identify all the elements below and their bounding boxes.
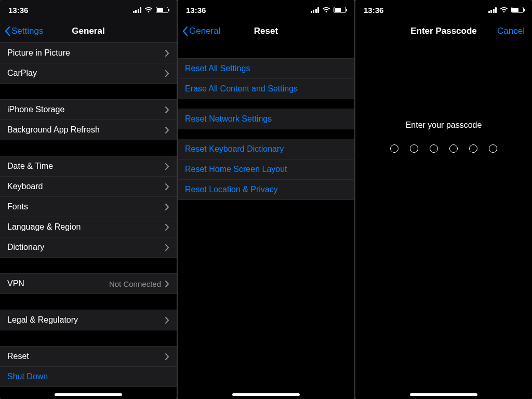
row-label: Background App Refresh bbox=[7, 125, 100, 135]
row-language-region[interactable]: Language & Region bbox=[0, 217, 177, 237]
status-bar: 13:36 bbox=[0, 0, 177, 20]
battery-icon bbox=[334, 7, 346, 13]
group-reset-network: Reset Network Settings bbox=[178, 109, 354, 129]
row-label: Reset All Settings bbox=[185, 64, 250, 73]
passcode-dot bbox=[489, 144, 497, 153]
status-icons bbox=[133, 7, 169, 13]
passcode-dot bbox=[469, 144, 477, 153]
chevron-right-icon bbox=[165, 224, 169, 231]
row-reset-all-settings[interactable]: Reset All Settings bbox=[178, 59, 354, 78]
passcode-dot bbox=[449, 144, 458, 153]
group-legal: Legal & Regulatory bbox=[0, 310, 177, 330]
settings-list[interactable]: Picture in Picture CarPlay iPhone Storag… bbox=[0, 43, 177, 399]
group-reset-erase: Reset All Settings Erase All Content and… bbox=[178, 58, 354, 99]
passcode-dots[interactable] bbox=[390, 144, 497, 153]
cellular-icon bbox=[311, 7, 320, 13]
back-label: Settings bbox=[11, 26, 43, 36]
row-background-app-refresh[interactable]: Background App Refresh bbox=[0, 119, 177, 140]
home-indicator[interactable] bbox=[55, 393, 122, 396]
group-locale: Date & Time Keyboard Fonts Language & Re… bbox=[0, 156, 177, 258]
row-label: iPhone Storage bbox=[7, 105, 64, 114]
status-bar: 13:36 bbox=[355, 0, 532, 20]
home-indicator[interactable] bbox=[232, 393, 300, 396]
screen-passcode: 13:36 Enter Passcode Cancel Enter your p… bbox=[355, 0, 532, 399]
row-label: Picture in Picture bbox=[7, 48, 70, 58]
row-detail: Not Connected bbox=[109, 280, 161, 288]
status-icons bbox=[311, 7, 347, 13]
chevron-right-icon bbox=[165, 127, 169, 134]
group-media: Picture in Picture CarPlay bbox=[0, 43, 177, 84]
row-label: Reset bbox=[7, 352, 29, 361]
row-erase-all-content[interactable]: Erase All Content and Settings bbox=[178, 78, 354, 99]
row-label: Legal & Regulatory bbox=[7, 315, 78, 325]
row-iphone-storage[interactable]: iPhone Storage bbox=[0, 100, 177, 119]
chevron-left-icon bbox=[182, 26, 188, 36]
row-picture-in-picture[interactable]: Picture in Picture bbox=[0, 43, 177, 63]
row-reset-location-privacy[interactable]: Reset Location & Privacy bbox=[178, 179, 354, 200]
chevron-right-icon bbox=[165, 107, 169, 113]
status-bar: 13:36 bbox=[178, 0, 354, 20]
chevron-right-icon bbox=[165, 163, 169, 170]
navbar-general: Settings General bbox=[0, 20, 177, 43]
row-reset-network[interactable]: Reset Network Settings bbox=[178, 109, 354, 129]
row-label: CarPlay bbox=[7, 69, 37, 78]
row-label: Shut Down bbox=[7, 372, 48, 381]
navbar-title: General bbox=[72, 26, 104, 36]
navbar-reset: General Reset bbox=[178, 20, 354, 43]
row-vpn[interactable]: VPN Not Connected bbox=[0, 274, 177, 294]
row-label: Erase All Content and Settings bbox=[185, 84, 298, 94]
battery-icon bbox=[511, 7, 524, 13]
navbar-passcode: Enter Passcode Cancel bbox=[355, 20, 532, 43]
screen-reset: 13:36 General Reset Reset All Settings E… bbox=[178, 0, 354, 399]
status-time: 13:36 bbox=[186, 6, 206, 15]
row-label: Keyboard bbox=[7, 182, 43, 191]
cellular-icon bbox=[488, 7, 497, 13]
chevron-right-icon bbox=[165, 183, 169, 190]
row-reset-home-screen[interactable]: Reset Home Screen Layout bbox=[178, 159, 354, 179]
chevron-right-icon bbox=[165, 204, 169, 210]
navbar-title: Reset bbox=[254, 26, 278, 36]
status-time: 13:36 bbox=[8, 6, 28, 15]
reset-list[interactable]: Reset All Settings Erase All Content and… bbox=[178, 43, 354, 399]
wifi-icon bbox=[322, 7, 330, 13]
row-label: Reset Home Screen Layout bbox=[185, 165, 287, 174]
row-dictionary[interactable]: Dictionary bbox=[0, 237, 177, 257]
row-label: Dictionary bbox=[7, 243, 44, 252]
chevron-right-icon bbox=[165, 353, 169, 360]
back-to-settings[interactable]: Settings bbox=[4, 20, 43, 42]
row-shut-down[interactable]: Shut Down bbox=[0, 366, 177, 387]
row-legal-regulatory[interactable]: Legal & Regulatory bbox=[0, 310, 177, 330]
status-time: 13:36 bbox=[364, 6, 383, 15]
passcode-dot bbox=[390, 144, 398, 153]
row-label: Date & Time bbox=[7, 162, 53, 171]
row-label: VPN bbox=[7, 279, 24, 288]
group-vpn: VPN Not Connected bbox=[0, 273, 177, 294]
row-reset-keyboard-dictionary[interactable]: Reset Keyboard Dictionary bbox=[178, 139, 354, 159]
row-reset[interactable]: Reset bbox=[0, 347, 177, 366]
home-indicator[interactable] bbox=[410, 393, 477, 396]
passcode-prompt: Enter your passcode bbox=[406, 121, 482, 130]
group-reset: Reset Shut Down bbox=[0, 346, 177, 387]
row-label: Language & Region bbox=[7, 222, 81, 232]
cancel-button[interactable]: Cancel bbox=[497, 20, 525, 42]
chevron-right-icon bbox=[165, 317, 169, 324]
row-label: Reset Network Settings bbox=[185, 114, 272, 124]
back-to-general[interactable]: General bbox=[182, 20, 220, 42]
cellular-icon bbox=[133, 7, 142, 13]
chevron-right-icon bbox=[165, 50, 169, 57]
row-keyboard[interactable]: Keyboard bbox=[0, 176, 177, 196]
battery-icon bbox=[156, 7, 168, 13]
chevron-right-icon bbox=[165, 70, 169, 77]
row-fonts[interactable]: Fonts bbox=[0, 196, 177, 217]
cancel-label: Cancel bbox=[497, 26, 525, 36]
screen-general: 13:36 Settings General Picture in Pictur… bbox=[0, 0, 177, 399]
row-carplay[interactable]: CarPlay bbox=[0, 63, 177, 83]
passcode-area: Enter your passcode bbox=[355, 43, 532, 399]
row-date-time[interactable]: Date & Time bbox=[0, 156, 177, 176]
wifi-icon bbox=[144, 7, 153, 13]
row-label: Fonts bbox=[7, 202, 28, 211]
chevron-right-icon bbox=[165, 244, 169, 251]
wifi-icon bbox=[500, 7, 508, 13]
row-label: Reset Keyboard Dictionary bbox=[185, 144, 284, 154]
passcode-dot bbox=[430, 144, 438, 153]
